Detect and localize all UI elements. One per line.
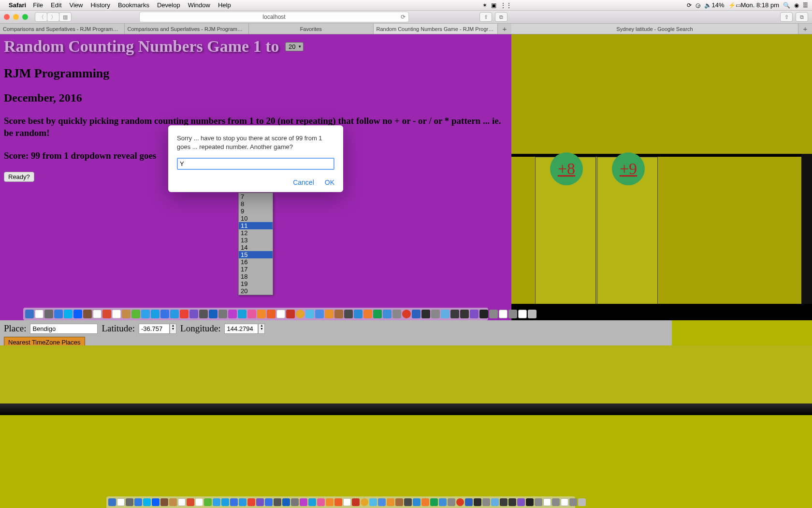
app-icon[interactable] (326, 498, 334, 506)
app-icon[interactable] (334, 498, 342, 506)
close-window-button[interactable] (4, 14, 10, 20)
app-icon[interactable] (450, 310, 459, 318)
title-max-select[interactable]: 20 (285, 42, 304, 51)
textedit-icon[interactable] (35, 310, 44, 318)
app-icon[interactable] (189, 310, 198, 318)
app-icon[interactable] (482, 498, 490, 506)
volume-icon[interactable]: 🔈 (704, 2, 711, 9)
filezilla-icon[interactable] (286, 310, 295, 318)
itunes-icon[interactable] (228, 310, 237, 318)
opera-icon[interactable] (456, 498, 464, 506)
option-20[interactable]: 20 (239, 287, 273, 295)
prompt-ok-button[interactable]: OK (325, 179, 334, 186)
app-icon[interactable] (291, 498, 299, 506)
app-icon[interactable] (354, 310, 362, 318)
app-icon[interactable] (448, 498, 455, 506)
app-icon[interactable] (369, 498, 377, 506)
app-name[interactable]: Safari (9, 1, 26, 9)
option-7[interactable]: 7 (239, 193, 273, 200)
app-icon[interactable] (561, 498, 568, 506)
app-icon[interactable] (392, 310, 401, 318)
share-button[interactable]: ⇧ (780, 12, 793, 22)
new-tab-button[interactable]: + (498, 24, 511, 34)
app-icon[interactable] (395, 498, 403, 506)
tabs-button[interactable]: ⧉ (796, 12, 808, 22)
app-icon[interactable] (151, 310, 160, 318)
terminal-icon[interactable] (526, 498, 534, 506)
app-icon[interactable] (430, 498, 438, 506)
sidebar-button[interactable]: ▥ (59, 12, 72, 22)
trash-icon[interactable] (578, 498, 586, 506)
status-icon[interactable]: ✶ (482, 2, 487, 9)
app-icon[interactable] (213, 498, 220, 506)
status-icon[interactable]: ▣ (491, 2, 496, 9)
app-icon[interactable] (491, 498, 499, 506)
opera-icon[interactable] (402, 310, 411, 318)
app-icon[interactable] (230, 498, 238, 506)
prompt-cancel-button[interactable]: Cancel (293, 179, 314, 186)
app-icon[interactable] (169, 498, 177, 506)
app-icon[interactable] (508, 498, 516, 506)
filezilla-icon[interactable] (352, 498, 360, 506)
app-icon[interactable] (517, 498, 525, 506)
option-16[interactable]: 16 (239, 258, 273, 266)
badge-link-9[interactable]: +9 (620, 160, 637, 178)
app-icon[interactable] (431, 310, 440, 318)
new-tab-button[interactable]: + (798, 24, 812, 34)
app-icon[interactable] (257, 310, 266, 318)
vlc-icon[interactable] (325, 310, 334, 318)
menu-help[interactable]: Help (218, 1, 231, 9)
app-icon[interactable] (117, 498, 125, 506)
app-icon[interactable] (187, 498, 194, 506)
battery-icon[interactable]: ⚡▭ (728, 2, 741, 9)
app-icon[interactable] (489, 310, 498, 318)
app-icon[interactable] (218, 310, 227, 318)
menu-edit[interactable]: Edit (51, 1, 61, 9)
app-icon[interactable] (552, 498, 560, 506)
app-icon[interactable] (276, 310, 285, 318)
finder-icon[interactable] (108, 498, 116, 506)
app-icon[interactable] (265, 498, 273, 506)
terminal-icon[interactable] (479, 310, 488, 318)
app-icon[interactable] (543, 498, 551, 506)
app-icon[interactable] (378, 498, 386, 506)
option-8[interactable]: 8 (239, 200, 273, 208)
app-icon[interactable] (343, 498, 351, 506)
reload-icon[interactable]: ⟳ (401, 14, 406, 20)
app-icon[interactable] (499, 310, 508, 318)
ready-button[interactable]: Ready? (4, 172, 34, 182)
app-icon[interactable] (305, 310, 314, 318)
app-icon[interactable] (247, 498, 255, 506)
app-icon[interactable] (569, 498, 577, 506)
lat-stepper[interactable]: ▲▼ (170, 324, 176, 334)
app-icon[interactable] (373, 310, 382, 318)
menu-view[interactable]: View (70, 1, 83, 9)
app-icon[interactable] (474, 498, 481, 506)
app-icon[interactable] (160, 310, 169, 318)
contacts-icon[interactable] (83, 310, 92, 318)
place-input[interactable] (30, 324, 98, 334)
app-icon[interactable] (465, 498, 473, 506)
app-icon[interactable] (308, 498, 316, 506)
app-icon[interactable] (383, 310, 392, 318)
app-icon[interactable] (344, 310, 353, 318)
app-icon[interactable] (300, 498, 307, 506)
app-icon[interactable] (282, 498, 290, 506)
systemprefs-icon[interactable] (44, 310, 53, 318)
app-icon[interactable] (204, 498, 212, 506)
lon-stepper[interactable]: ▲▼ (258, 324, 265, 334)
address-bar[interactable]: localhost ⟳ (139, 12, 409, 22)
option-18[interactable]: 18 (239, 273, 273, 280)
menu-window[interactable]: Window (188, 1, 210, 9)
app-icon[interactable] (317, 498, 325, 506)
menu-history[interactable]: History (90, 1, 110, 9)
tab-1[interactable]: Comparisons and Superlatives - RJM Progr… (125, 24, 249, 34)
trash-icon[interactable] (528, 310, 536, 318)
option-10[interactable]: 10 (239, 215, 273, 222)
app-icon[interactable] (439, 498, 447, 506)
badge-link-8[interactable]: +8 (558, 160, 575, 178)
app-icon[interactable] (195, 498, 203, 506)
app-icon[interactable] (518, 310, 527, 318)
app-icon[interactable] (152, 498, 160, 506)
app-icon[interactable] (170, 310, 179, 318)
